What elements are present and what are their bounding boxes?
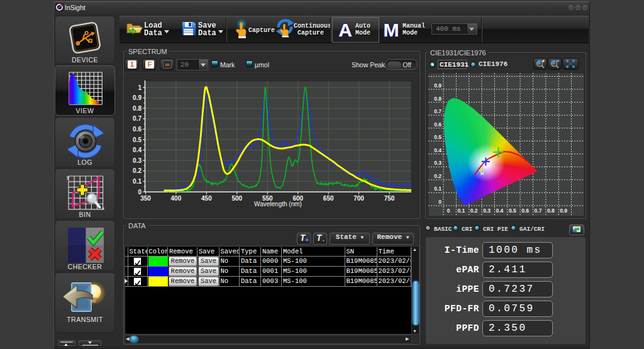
- svg-text:1: 1: [138, 84, 142, 91]
- svg-text:0: 0: [138, 189, 142, 196]
- svg-text:y: y: [67, 174, 69, 180]
- svg-text:0.8: 0.8: [434, 96, 441, 102]
- svg-text:0.6: 0.6: [521, 208, 529, 214]
- svg-text:0.6: 0.6: [434, 121, 441, 128]
- svg-text:0.5: 0.5: [434, 134, 441, 140]
- svg-text:0.4: 0.4: [496, 208, 503, 214]
- svg-text:0.9: 0.9: [133, 94, 142, 101]
- svg-text:Wavelength (nm): Wavelength (nm): [254, 201, 302, 208]
- svg-text:0.5: 0.5: [133, 136, 142, 143]
- svg-text:0.2: 0.2: [470, 208, 478, 214]
- svg-text:0.1: 0.1: [434, 186, 441, 192]
- svg-text:0.8: 0.8: [547, 208, 555, 214]
- svg-text:0.3: 0.3: [483, 208, 491, 214]
- svg-text:0.3: 0.3: [133, 157, 142, 164]
- svg-text:0.7: 0.7: [434, 108, 441, 114]
- svg-text:M: M: [384, 19, 399, 40]
- svg-text:A: A: [338, 19, 352, 40]
- svg-text:0: 0: [447, 208, 450, 214]
- svg-text:0.9: 0.9: [434, 82, 441, 89]
- svg-text:0.4: 0.4: [434, 147, 441, 153]
- svg-text:650: 650: [323, 195, 334, 202]
- svg-text:0.7: 0.7: [535, 208, 542, 214]
- svg-text:0.1: 0.1: [457, 208, 465, 214]
- svg-text:0.3: 0.3: [434, 160, 441, 166]
- svg-text:0: 0: [438, 199, 441, 205]
- svg-text:0.7: 0.7: [133, 115, 142, 122]
- svg-text:500: 500: [231, 195, 242, 202]
- svg-text:0.9: 0.9: [560, 208, 567, 214]
- svg-text:0.8: 0.8: [133, 105, 142, 112]
- svg-text:700: 700: [353, 195, 364, 202]
- svg-text:0.2: 0.2: [434, 173, 441, 179]
- svg-text:0.5: 0.5: [509, 208, 516, 214]
- svg-text:0.1: 0.1: [133, 178, 142, 185]
- svg-text:0.4: 0.4: [133, 147, 142, 153]
- svg-text:x: x: [102, 206, 104, 211]
- svg-text:750: 750: [384, 195, 395, 202]
- svg-text:400: 400: [171, 195, 182, 202]
- svg-text:350: 350: [140, 195, 151, 202]
- svg-text:0.6: 0.6: [133, 126, 142, 133]
- svg-text:0.2: 0.2: [133, 167, 142, 174]
- svg-text:450: 450: [201, 195, 212, 202]
